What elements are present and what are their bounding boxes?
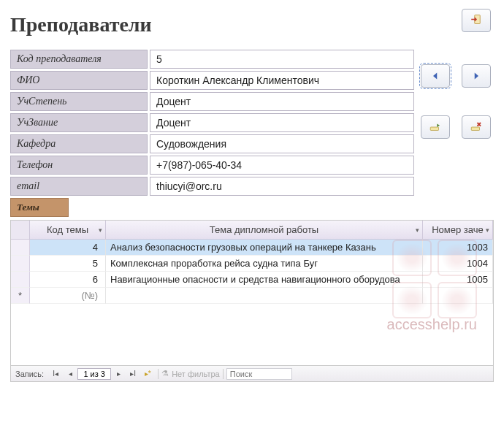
chevron-down-icon[interactable]: ▾ [99, 226, 102, 234]
email-field[interactable]: thiucyi@orc.ru [150, 177, 414, 196]
table-row-new[interactable]: (№) [11, 288, 493, 304]
table-row[interactable]: 6 Навигационные опасности и средства нав… [11, 272, 493, 288]
phone-field[interactable]: +7(987)-065-40-34 [150, 156, 414, 175]
filter-icon: ⚗ [161, 369, 169, 378]
cell-theme-title[interactable]: Анализ безопасности грузовых операций на… [106, 240, 423, 256]
fio-label: ФИО [10, 71, 148, 90]
nav-first-button[interactable]: I◂ [48, 367, 63, 381]
themes-section-label: Темы [10, 198, 69, 217]
rank-field[interactable]: Доцент [150, 113, 414, 132]
cell-theme-id[interactable]: 4 [30, 240, 106, 256]
nav-last-button[interactable]: ▸I [126, 367, 140, 381]
rank-label: УчЗвание [10, 113, 148, 132]
cell-theme-title[interactable]: Комплексная проработка рейса судна типа … [106, 256, 423, 272]
degree-label: УчСтепень [10, 92, 148, 111]
cell-record-no-new[interactable] [423, 288, 493, 304]
row-selector[interactable] [11, 256, 30, 272]
col-header-theme-title[interactable]: Тема дипломной работы▾ [106, 221, 423, 240]
cell-theme-id[interactable]: 6 [30, 272, 106, 288]
close-form-button[interactable] [462, 9, 491, 32]
delete-record-button[interactable] [462, 115, 491, 139]
row-selector-header[interactable] [11, 221, 30, 240]
nav-search-input[interactable] [226, 368, 292, 380]
row-selector[interactable] [11, 272, 30, 288]
nav-position-field[interactable] [77, 368, 111, 380]
chevron-down-icon[interactable]: ▾ [486, 226, 489, 234]
cell-theme-id-new[interactable]: (№) [30, 288, 106, 304]
degree-field[interactable]: Доцент [150, 92, 414, 111]
cell-theme-id[interactable]: 5 [30, 256, 106, 272]
table-row[interactable]: 5 Комплексная проработка рейса судна тип… [11, 256, 493, 272]
cell-record-no[interactable]: 1003 [423, 240, 493, 256]
row-selector-new[interactable] [11, 288, 30, 304]
department-label: Кафедра [10, 134, 148, 153]
watermark-text: accesshelp.ru [387, 316, 477, 333]
cell-theme-title-new[interactable] [106, 288, 423, 304]
nav-next-button[interactable]: ▸ [111, 367, 126, 381]
email-label: email [10, 177, 148, 196]
nav-record-label: Запись: [11, 370, 48, 378]
nav-prev-button[interactable]: ◂ [63, 367, 77, 381]
table-row[interactable]: 4 Анализ безопасности грузовых операций … [11, 240, 493, 256]
row-selector[interactable] [11, 240, 30, 256]
themes-datasheet[interactable]: Код темы▾ Тема дипломной работы▾ Номер з… [10, 220, 494, 366]
nav-filter-label: Нет фильтра [172, 370, 220, 378]
col-header-record-no[interactable]: Номер заче▾ [423, 221, 493, 240]
phone-label: Телефон [10, 156, 148, 175]
chevron-down-icon[interactable]: ▾ [416, 226, 419, 234]
svg-rect-1 [430, 127, 438, 131]
teacher-id-label: Код преподавателя [10, 50, 148, 69]
page-title: Преподаватели [10, 13, 494, 37]
next-record-button[interactable] [462, 64, 491, 88]
prev-record-button[interactable] [421, 64, 450, 88]
record-navigator: Запись: I◂ ◂ ▸ ▸I ▸* ⚗ Нет фильтра [10, 366, 494, 382]
nav-new-button[interactable]: ▸* [140, 367, 155, 381]
teacher-id-field[interactable]: 5 [150, 50, 414, 69]
svg-rect-2 [471, 127, 479, 131]
new-record-button[interactable] [421, 115, 450, 139]
department-field[interactable]: Судовождения [150, 134, 414, 153]
col-header-theme-id[interactable]: Код темы▾ [30, 221, 106, 240]
cell-theme-title[interactable]: Навигационные опасности и средства навиг… [106, 272, 423, 288]
cell-record-no[interactable]: 1005 [423, 272, 493, 288]
fio-field[interactable]: Короткин Александр Климентович [150, 71, 414, 90]
cell-record-no[interactable]: 1004 [423, 256, 493, 272]
